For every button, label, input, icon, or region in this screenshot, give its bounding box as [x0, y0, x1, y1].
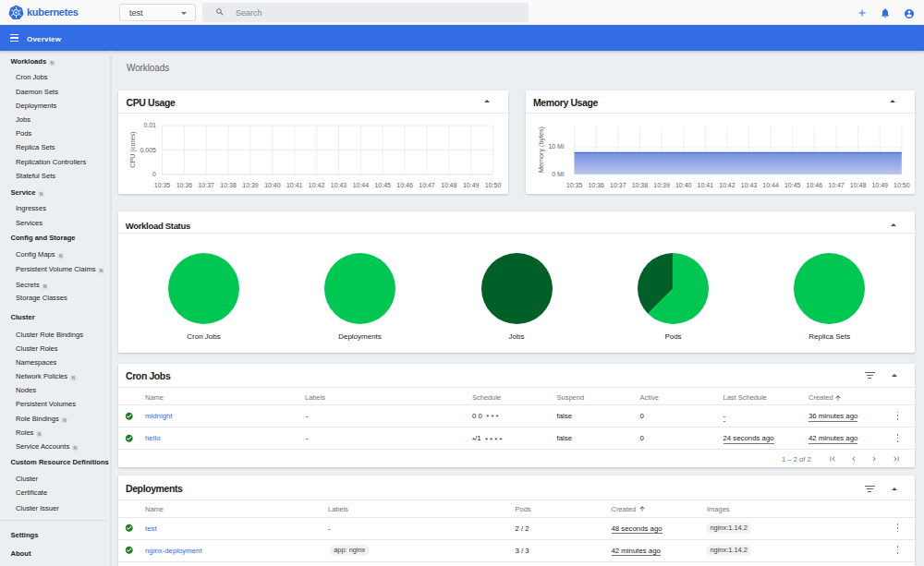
svg-text:10:41: 10:41 [698, 182, 714, 188]
svg-text:10:49: 10:49 [871, 182, 888, 188]
svg-text:10:36: 10:36 [588, 182, 604, 188]
svg-text:10:43: 10:43 [741, 182, 758, 188]
svg-text:10 Mi: 10 Mi [548, 143, 565, 150]
svg-text:10:37: 10:37 [610, 182, 626, 188]
svg-text:10:40: 10:40 [675, 182, 692, 188]
svg-text:10:38: 10:38 [632, 182, 649, 188]
svg-text:10:39: 10:39 [653, 182, 670, 188]
svg-text:10:47: 10:47 [828, 182, 845, 188]
svg-text:10:45: 10:45 [784, 182, 801, 188]
svg-text:10:50: 10:50 [894, 182, 910, 188]
svg-text:10:35: 10:35 [566, 182, 583, 188]
svg-text:0 Mi: 0 Mi [552, 171, 565, 177]
svg-text:10:42: 10:42 [719, 182, 736, 188]
svg-text:10:46: 10:46 [807, 182, 823, 188]
svg-text:Memory (bytes): Memory (bytes) [537, 126, 545, 173]
svg-text:10:48: 10:48 [850, 182, 867, 188]
svg-text:10:44: 10:44 [762, 182, 779, 188]
